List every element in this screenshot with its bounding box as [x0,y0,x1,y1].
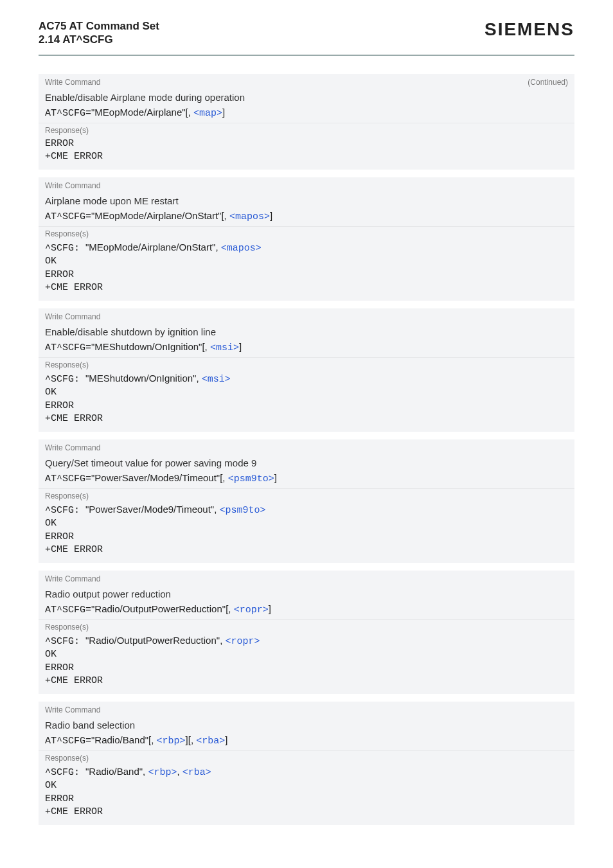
response-echo-line: ^SCFG: "PowerSaver/Mode9/Timeout", <psm9… [45,503,568,517]
comma-separator: , [196,373,201,384]
block-header: Write Command [39,702,574,718]
at-prefix: AT^SCFG= [45,108,91,119]
response-error: ERROR [45,400,568,412]
command-description: Airplane mode upon ME restart [39,194,574,210]
response-error: ERROR [45,662,568,675]
response-body: ^SCFG: "Radio/Band", <rbp>, <rba>OKERROR… [39,765,574,821]
command-block: Write CommandAirplane mode upon ME resta… [39,177,574,301]
response-cme-error: +CME ERROR [45,281,568,294]
response-ok: OK [45,386,568,399]
response-body: ^SCFG: "MEopMode/Airplane/OnStart", <map… [39,241,574,297]
response-error: ERROR [45,137,568,150]
page: AC75 AT Command Set 2.14 AT^SCFG SIEMENS… [0,0,613,868]
response-error: ERROR [45,269,568,281]
command-syntax: AT^SCFG="PowerSaver/Mode9/Timeout"[, <ps… [39,472,574,488]
parameter-link[interactable]: <msi> [210,342,239,353]
command-string: "PowerSaver/Mode9/Timeout" [91,472,220,483]
bracket-open: [, [202,341,210,352]
command-description: Enable/disable Airplane mode during oper… [39,91,574,107]
parameter-link[interactable]: <rba> [182,767,211,778]
command-string: "Radio/OutputPowerReduction" [91,603,226,614]
write-command-label: Write Command [45,705,100,714]
response-ok: OK [45,648,568,661]
bracket-close: ] [225,734,227,745]
parameter-link[interactable]: <psm9to> [228,474,274,484]
block-header: Write Command [39,177,574,194]
response-ok: OK [45,255,568,268]
command-syntax: AT^SCFG="Radio/OutputPowerReduction"[, <… [39,603,574,619]
response-echo-line: ^SCFG: "MEopMode/Airplane/OnStart", <map… [45,241,568,255]
doc-section: 2.14 AT^SCFG [39,33,159,46]
header-left: AC75 AT Command Set 2.14 AT^SCFG [39,19,159,47]
response-body: ^SCFG: "MEShutdown/OnIgnition", <msi>OKE… [39,372,574,428]
command-block: Write CommandRadio band selectionAT^SCFG… [39,702,574,825]
command-description: Radio band selection [39,718,574,734]
comma-separator: , [177,766,182,777]
parameter-link[interactable]: <mapos> [229,211,270,222]
write-command-label: Write Command [45,443,100,452]
command-description: Query/Set timeout value for power saving… [39,456,574,472]
write-command-label: Write Command [45,574,100,583]
block-header: Write Command [39,571,574,587]
response-echo-line: ^SCFG: "Radio/OutputPowerReduction", <ro… [45,634,568,648]
response-string: "PowerSaver/Mode9/Timeout" [85,504,214,515]
at-prefix: AT^SCFG= [45,474,91,484]
parameter-link[interactable]: <map> [193,108,222,119]
doc-title: AC75 AT Command Set [39,19,159,33]
parameter-link[interactable]: <ropr> [234,605,269,616]
response-string: "MEShutdown/OnIgnition" [85,373,196,384]
write-command-label: Write Command [45,181,100,190]
parameter-link[interactable]: <mapos> [221,243,262,254]
at-prefix: AT^SCFG= [45,211,91,222]
parameter-link[interactable]: <rbp> [157,736,186,747]
command-description: Radio output power reduction [39,587,574,603]
comma-separator: , [214,504,219,515]
bracket-open: [, [226,603,234,614]
response-cme-error: +CME ERROR [45,412,568,425]
responses-label: Response(s) [39,123,574,137]
responses-label: Response(s) [39,750,574,765]
response-string: "Radio/Band" [85,766,143,777]
at-prefix: AT^SCFG= [45,605,91,616]
response-echo-line: ^SCFG: "MEShutdown/OnIgnition", <msi> [45,372,568,386]
parameter-link[interactable]: <psm9to> [220,505,266,516]
bracket-close: ] [222,107,225,118]
at-prefix: AT^SCFG= [45,342,91,353]
block-header: Write Command [39,439,574,456]
command-string: "MEopMode/Airplane/OnStart" [91,210,221,221]
header-rule [39,55,574,56]
command-string: "Radio/Band" [91,734,148,745]
command-syntax: AT^SCFG="MEopMode/Airplane/OnStart"[, <m… [39,210,574,226]
bracket-open: [, [148,734,157,745]
page-header: AC75 AT Command Set 2.14 AT^SCFG SIEMENS [39,19,574,47]
command-description: Enable/disable shutdown by ignition line [39,325,574,341]
bracket-close: ] [270,210,272,221]
command-block: Write CommandQuery/Set timeout value for… [39,439,574,563]
write-command-label: Write Command [45,78,100,87]
parameter-link[interactable]: <rba> [196,736,225,747]
command-block: Write CommandRadio output power reductio… [39,571,574,694]
scfg-prefix: ^SCFG: [45,636,85,647]
parameter-link[interactable]: <rbp> [148,767,177,778]
brand-logo: SIEMENS [484,19,574,40]
continued-label: (Continued) [528,78,568,87]
bracket-close: ] [269,603,271,614]
responses-label: Response(s) [39,226,574,241]
command-block: Write CommandEnable/disable shutdown by … [39,308,574,432]
block-header: Write Command(Continued) [39,74,574,91]
scfg-prefix: ^SCFG: [45,767,85,778]
parameter-link[interactable]: <msi> [202,374,231,385]
command-string: "MEopMode/Airplane" [91,107,186,118]
bracket-open: [, [186,107,194,118]
command-block: Write Command(Continued)Enable/disable A… [39,74,574,170]
response-cme-error: +CME ERROR [45,544,568,556]
response-body: ERROR+CME ERROR [39,137,574,166]
block-header: Write Command [39,308,574,325]
scfg-prefix: ^SCFG: [45,243,85,254]
bracket-close: ] [239,341,242,352]
bracket-open: [, [188,734,197,745]
bracket-open: [, [220,472,228,483]
parameter-link[interactable]: <ropr> [225,636,260,647]
scfg-prefix: ^SCFG: [45,374,85,385]
response-cme-error: +CME ERROR [45,675,568,687]
